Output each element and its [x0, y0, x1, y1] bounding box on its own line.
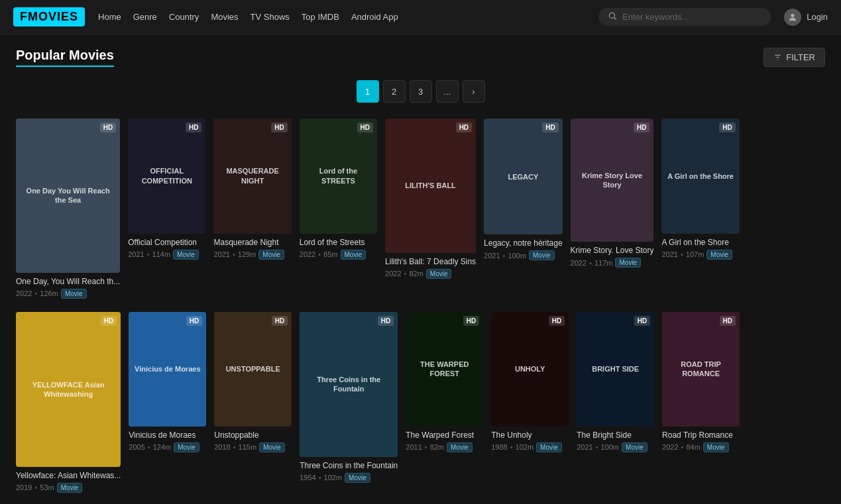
poster-placeholder: Three Coins in the Fountain: [300, 312, 398, 457]
movies-grid-row2: YELLOWFACE Asian Whitewashing HD Yellowf…: [16, 312, 825, 493]
movie-card[interactable]: LEGACY HD Legacy, notre héritage 2021 • …: [484, 119, 563, 299]
page-title: Popular Movies: [16, 48, 114, 67]
movie-type-badge: Movie: [57, 483, 83, 493]
nav-home[interactable]: Home: [98, 12, 121, 22]
movie-poster: A Girl on the Shore HD: [661, 119, 739, 234]
dot: •: [34, 483, 37, 491]
movie-year: 2021: [213, 250, 229, 258]
movie-type-badge: Movie: [174, 442, 199, 452]
nav-links: Home Genre Country Movies TV Shows Top I…: [98, 12, 585, 22]
movie-card[interactable]: LILITH'S BALL HD Lilith's Ball: 7 Deadly…: [385, 119, 476, 299]
movie-duration: 117m: [594, 259, 613, 267]
movie-card[interactable]: OFFICIAL COMPETITION HD Official Competi…: [128, 119, 205, 299]
login-area[interactable]: Login: [784, 9, 828, 26]
page-btn-next[interactable]: ›: [463, 80, 485, 103]
movie-meta: 2019 • 53m Movie: [16, 483, 121, 493]
nav-genre[interactable]: Genre: [133, 12, 157, 22]
page-btn-1[interactable]: 1: [357, 80, 379, 103]
movie-card[interactable]: Lord of the STREETS HD Lord of the Stree…: [300, 119, 377, 299]
page-btn-2[interactable]: 2: [383, 80, 406, 103]
nav-country[interactable]: Country: [169, 12, 199, 22]
movie-duration: 102m: [516, 443, 534, 451]
page-btn-3[interactable]: 3: [410, 80, 432, 103]
movie-card[interactable]: BRIGHT SIDE HD The Bright Side 2021 • 10…: [577, 312, 654, 493]
nav-tvshows[interactable]: TV Shows: [251, 12, 290, 22]
movie-duration: 129m: [238, 250, 256, 258]
hd-badge: HD: [549, 316, 565, 326]
movie-card[interactable]: A Girl on the Shore HD A Girl on the Sho…: [661, 119, 739, 299]
movie-card[interactable]: THE WARPED FOREST HD The Warped Forest 2…: [406, 312, 483, 493]
dot: •: [596, 443, 598, 451]
dot: •: [147, 250, 150, 258]
movie-title: Three Coins in the Fountain: [300, 461, 398, 470]
movie-card[interactable]: Krime Story Love Story HD Krime Story. L…: [571, 119, 654, 299]
movie-year: 2022: [662, 443, 678, 451]
movies-grid-row1: One Day You Will Reach the Sea HD One Da…: [16, 119, 825, 299]
movie-title: Masquerade Night: [213, 238, 291, 247]
poster-placeholder: LEGACY: [484, 119, 563, 234]
nav-topimdb[interactable]: Top IMDB: [302, 12, 339, 22]
movie-card[interactable]: One Day You Will Reach the Sea HD One Da…: [16, 119, 120, 299]
search-icon: [608, 11, 617, 23]
movie-card[interactable]: Three Coins in the Fountain HD Three Coi…: [300, 312, 398, 493]
movie-type-badge: Movie: [706, 250, 732, 260]
movie-title: Road Trip Romance: [662, 430, 740, 440]
movie-poster: One Day You Will Reach the Sea HD: [16, 119, 120, 273]
movie-meta: 2021 • 107m Movie: [661, 250, 739, 260]
svg-point-0: [610, 13, 615, 18]
poster-placeholder: ROAD TRIP ROMANCE: [662, 312, 740, 427]
dot: •: [233, 250, 235, 258]
movie-poster: Three Coins in the Fountain HD: [300, 312, 398, 457]
svg-point-2: [791, 13, 795, 17]
poster-placeholder: YELLOWFACE Asian Whitewashing: [16, 312, 121, 467]
dot: •: [404, 270, 407, 277]
movie-duration: 114m: [152, 250, 171, 258]
movie-meta: 2022 • 117m Movie: [571, 258, 654, 268]
dot: •: [425, 443, 427, 451]
movie-year: 1954: [300, 474, 315, 481]
page-header: Popular Movies FILTER: [16, 48, 825, 67]
navbar: FMOVIES Home Genre Country Movies TV Sho…: [0, 0, 841, 34]
movie-card[interactable]: ROAD TRIP ROMANCE HD Road Trip Romance 2…: [662, 312, 740, 493]
nav-movies[interactable]: Movies: [211, 12, 238, 22]
movie-type-badge: Movie: [341, 250, 366, 260]
poster-placeholder: OFFICIAL COMPETITION: [128, 119, 205, 234]
movie-card[interactable]: Vinicius de Moraes HD Vinicius de Moraes…: [129, 312, 206, 493]
movie-type-badge: Movie: [173, 250, 199, 260]
poster-placeholder: A Girl on the Shore: [661, 119, 739, 234]
poster-placeholder: MASQUERADE NIGHT: [213, 119, 291, 234]
movie-duration: 124m: [153, 443, 172, 451]
search-input[interactable]: [622, 12, 761, 22]
movie-year: 2022: [385, 270, 401, 277]
movie-year: 1988: [491, 443, 507, 451]
movie-meta: 2022 • 126m Movie: [16, 289, 120, 299]
movie-card[interactable]: YELLOWFACE Asian Whitewashing HD Yellowf…: [16, 312, 121, 493]
movie-meta: 2022 • 85m Movie: [300, 250, 377, 260]
movie-card[interactable]: MASQUERADE NIGHT HD Masquerade Night 202…: [213, 119, 291, 299]
movie-type-badge: Movie: [345, 473, 370, 483]
movie-poster: THE WARPED FOREST HD: [406, 312, 483, 427]
movie-title: Lilith's Ball: 7 Deadly Sins: [385, 257, 476, 266]
movie-meta: 2018 • 115m Movie: [214, 442, 292, 452]
page-btn-ellipsis[interactable]: ...: [436, 80, 459, 103]
poster-placeholder: UNHOLY: [491, 312, 569, 427]
logo[interactable]: FMOVIES: [13, 7, 85, 26]
svg-line-1: [614, 18, 616, 20]
poster-placeholder: Vinicius de Moraes: [129, 312, 206, 427]
nav-androidapp[interactable]: Android App: [351, 12, 398, 22]
movie-type-badge: Movie: [536, 442, 562, 452]
movie-type-badge: Movie: [447, 442, 473, 452]
movie-card[interactable]: UNSTOPPABLE HD Unstoppable 2018 • 115m M…: [214, 312, 292, 493]
movie-type-badge: Movie: [259, 442, 285, 452]
hd-badge: HD: [186, 316, 202, 326]
movie-meta: 1954 • 102m Movie: [300, 473, 398, 483]
dot: •: [589, 259, 592, 267]
dot: •: [510, 443, 513, 451]
movie-poster: ROAD TRIP ROMANCE HD: [662, 312, 740, 427]
hd-badge: HD: [720, 316, 736, 326]
movie-poster: Lord of the STREETS HD: [300, 119, 377, 234]
login-label: Login: [807, 12, 828, 22]
movie-duration: 115m: [239, 443, 257, 451]
filter-button[interactable]: FILTER: [763, 48, 825, 67]
movie-card[interactable]: UNHOLY HD The Unholy 1988 • 102m Movie: [491, 312, 569, 493]
